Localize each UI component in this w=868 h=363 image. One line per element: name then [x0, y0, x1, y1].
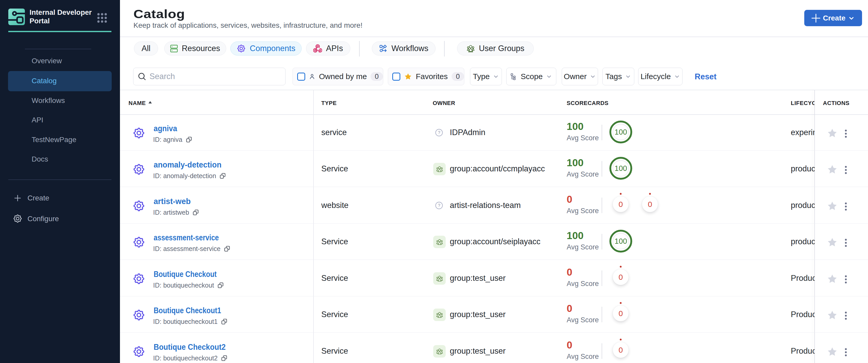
svg-text:?: ? [438, 130, 440, 135]
svg-text:?: ? [438, 203, 440, 208]
